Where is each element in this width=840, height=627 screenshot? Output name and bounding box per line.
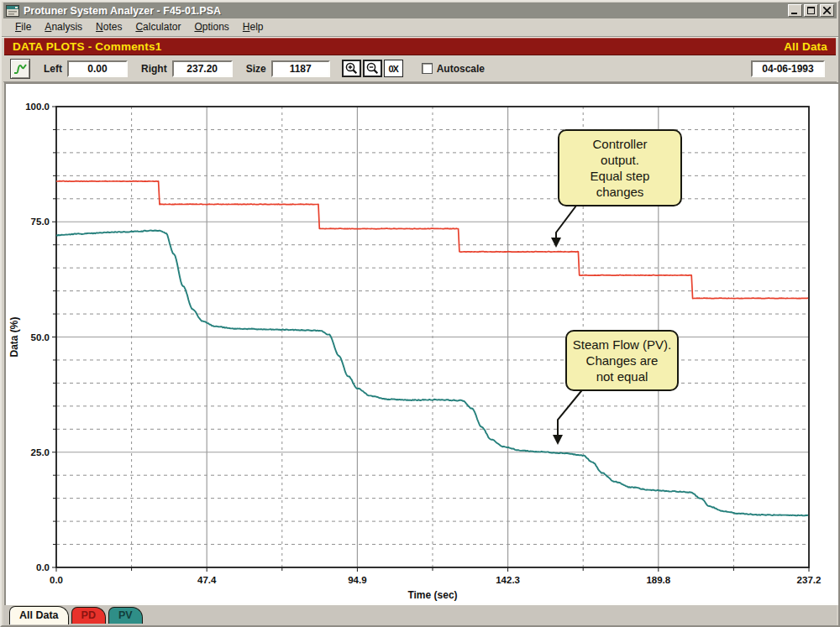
minimize-button[interactable] [788,4,802,17]
svg-text:0.0: 0.0 [36,562,50,572]
menu-item-help[interactable]: Help [236,19,270,34]
zoom-in-button[interactable] [342,60,361,77]
svg-text:25.0: 25.0 [31,447,50,457]
zoom-reset-button[interactable]: 0X [384,60,403,77]
tab-bar: All DataPDPV [3,605,837,627]
x-axis-title: Time (sec) [407,589,457,601]
steam-flow-note: Steam Flow (PV).Changes arenot equal [565,330,679,391]
svg-text:50.0: 50.0 [31,332,50,342]
menu-item-calculator[interactable]: Calculator [129,19,187,34]
close-button[interactable] [820,4,834,17]
menu-item-file[interactable]: File [8,19,38,34]
plot-header: DATA PLOTS - Comments1 All Data [4,38,836,55]
menu-item-notes[interactable]: Notes [89,19,129,34]
data-plot: 0.025.050.075.0100.00.047.494.9142.3189.… [4,82,839,605]
autoscale-label: Autoscale [437,63,485,75]
title-bar: Protuner System Analyzer - F45-01.PSA [3,3,837,18]
tab-all-data[interactable]: All Data [9,606,69,624]
left-input[interactable] [67,60,128,77]
tab-pv[interactable]: PV [108,607,143,624]
tab-pd[interactable]: PD [71,607,106,624]
svg-text:237.2: 237.2 [797,575,822,585]
autoscale-control: Autoscale [422,63,485,75]
controller-output-note: Controlleroutput.Equal stepchanges [558,129,682,206]
svg-text:0.0: 0.0 [50,575,63,585]
menu-bar: FileAnalysisNotesCalculatorOptionsHelp [3,18,837,35]
maximize-icon [807,7,815,14]
plot-header-range: All Data [784,40,827,53]
zoom-out-button[interactable] [363,60,382,77]
date-field[interactable] [751,60,825,77]
svg-text:142.3: 142.3 [496,575,520,585]
plot-header-title: DATA PLOTS - Comments1 [13,40,161,53]
app-window: Protuner System Analyzer - F45-01.PSA Fi… [0,0,840,627]
zoom-out-icon [365,61,380,76]
autoscale-checkbox[interactable] [422,63,433,74]
app-icon [6,5,19,17]
plot-curve-icon [13,62,27,76]
size-label: Size [246,63,266,75]
plot-icon-button[interactable] [10,59,30,79]
y-axis-title: Data (%) [8,316,20,357]
window-title: Protuner System Analyzer - F45-01.PSA [24,5,788,17]
svg-text:100.0: 100.0 [25,102,50,112]
toolbar: Left Right Size 0X Autoscale [3,55,837,82]
left-label: Left [44,63,62,75]
zoom-reset-label: 0X [388,64,397,74]
svg-text:94.9: 94.9 [348,575,366,585]
maximize-button[interactable] [804,4,818,17]
menu-item-analysis[interactable]: Analysis [38,19,89,34]
size-input[interactable] [271,60,330,77]
svg-text:75.0: 75.0 [31,217,50,227]
svg-text:47.4: 47.4 [197,575,217,585]
close-icon [823,7,831,14]
zoom-in-icon [344,61,359,76]
right-input[interactable] [172,60,233,77]
svg-text:189.8: 189.8 [646,575,670,585]
menu-item-options[interactable]: Options [187,19,235,34]
chart-panel: 0.025.050.075.0100.00.047.494.9142.3189.… [4,82,839,605]
window-controls [788,4,834,17]
right-label: Right [141,63,167,75]
minimize-icon [791,7,799,14]
